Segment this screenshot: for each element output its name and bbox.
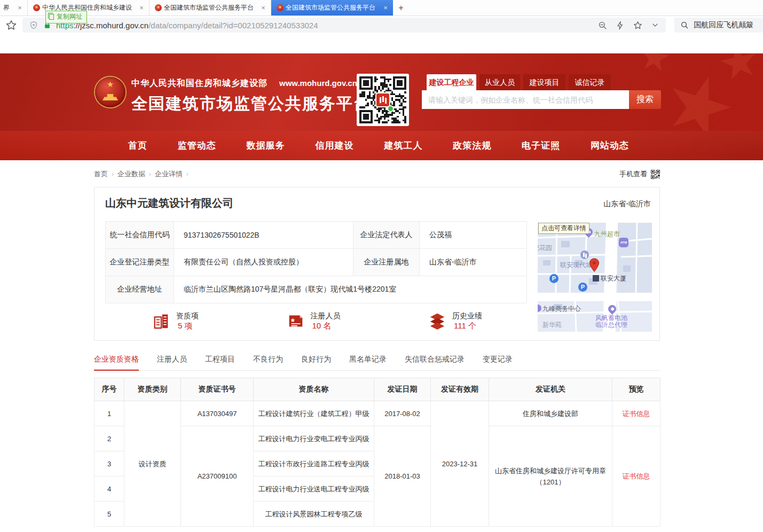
poi-xinhua-garden: 新华苑 — [542, 320, 562, 330]
browser-tab-jzsc[interactable]: 全国建筑市场监管公共服务平台 — [150, 0, 271, 15]
nav-home[interactable]: 首页 — [128, 139, 147, 152]
layers-icon — [428, 312, 446, 330]
tab-strip: 界 中华人民共和国住房和城乡建设 全国建筑市场监管公共服务平台 全国建筑市场监管… — [0, 0, 763, 16]
hot-search-box[interactable]: 国航回应飞机颠簸 — [674, 18, 763, 33]
site-emblem-icon — [155, 4, 162, 11]
nav-site-news[interactable]: 网站动态 — [591, 139, 629, 152]
nav-policy[interactable]: 政策法规 — [453, 139, 491, 152]
tab-dishonesty[interactable]: 失信联合惩戒记录 — [405, 355, 465, 370]
site-identity: 中华人民共和国住房和城乡建设部www.mohurd.gov.cn 全国建筑市场监… — [131, 78, 371, 115]
poi-lianan-city: 联安现代城 — [560, 261, 592, 270]
certificate-icon — [287, 312, 305, 330]
site-title: 全国建筑市场监管公共服务平台 — [131, 93, 371, 115]
nav-workers[interactable]: 建筑工人 — [384, 139, 422, 152]
info-label: 企业注册属地 — [353, 249, 420, 276]
screen: 界 中华人民共和国住房和城乡建设 全国建筑市场监管公共服务平台 全国建筑市场监管… — [0, 0, 763, 532]
search-tab-credit[interactable]: 诚信记录 — [569, 74, 611, 90]
new-tab-button[interactable] — [393, 0, 409, 15]
tab-registered-personnel[interactable]: 注册人员 — [157, 355, 187, 370]
tab-close-icon[interactable] — [137, 4, 146, 12]
reg-region-value: 山东省-临沂市 — [420, 249, 527, 276]
nav-e-license[interactable]: 电子证照 — [522, 139, 560, 152]
row-no: 3 — [95, 451, 124, 476]
browser-tab-active[interactable]: 全国建筑市场监管公共服务平台 — [271, 0, 393, 15]
mobile-view-button[interactable]: 手机查看 — [619, 169, 660, 179]
stat-registered-personnel[interactable]: 注册人员 10 名 — [287, 311, 341, 331]
url-field[interactable]: https://jzsc.mohurd.gov.cn/data/company/… — [22, 18, 666, 33]
tab-projects[interactable]: 工程项目 — [205, 355, 235, 370]
stat-qualifications[interactable]: 资质项 5 项 — [152, 311, 199, 331]
nav-supervision[interactable]: 监管动态 — [178, 139, 216, 152]
info-label: 企业法定代表人 — [353, 222, 420, 249]
site-emblem-icon — [277, 4, 284, 11]
map-tooltip: 点击可查看详情 — [538, 223, 589, 234]
issuing-authority: 山东省住房和城乡建设厅许可专用章 （1201） — [489, 426, 612, 527]
tab-title: 全国建筑市场监管公共服务平台 — [164, 3, 257, 12]
browser-tab-partial[interactable]: 界 — [0, 0, 28, 15]
company-name: 山东中元建筑设计有限公司 — [105, 196, 233, 210]
breadcrumb-home[interactable]: 首页 — [94, 169, 108, 179]
site-qr-card — [357, 74, 409, 126]
site-emblem-icon — [33, 4, 40, 11]
copy-url-tooltip: 复制网址 — [45, 11, 87, 24]
url-text: https://jzsc.mohurd.gov.cn/data/company/… — [56, 21, 318, 30]
keyword-search-input[interactable] — [422, 90, 629, 109]
tab-change-records[interactable]: 变更记录 — [483, 355, 513, 370]
reg-type-value: 有限责任公司（自然人投资或控股） — [174, 249, 353, 276]
favorite-star-icon[interactable] — [633, 20, 643, 30]
stat-history-performance[interactable]: 历史业绩 111 个 — [428, 311, 482, 331]
certificate-info-link[interactable]: 证书信息 — [623, 472, 650, 480]
tab-qualifications[interactable]: 企业资质资格 — [94, 355, 139, 370]
tab-blacklist[interactable]: 黑名单记录 — [349, 355, 387, 370]
tab-good-behavior[interactable]: 良好行为 — [301, 355, 331, 370]
table-row: 1 设计资质 A137030497 工程设计建筑行业（建筑工程）甲级 2017-… — [95, 401, 660, 426]
bookmarks-bar-empty — [0, 34, 763, 53]
nav-credit[interactable]: 信用建设 — [316, 139, 354, 152]
tab-close-icon[interactable] — [259, 4, 268, 12]
preview-cell: 证书信息 — [612, 401, 660, 426]
tab-bad-behavior[interactable]: 不良行为 — [253, 355, 283, 370]
tab-close-icon[interactable] — [381, 4, 390, 12]
search-tab-project[interactable]: 建设项目 — [523, 74, 565, 90]
decor-star — [658, 66, 739, 131]
breadcrumb-company-data[interactable]: 企业数据 — [117, 169, 145, 179]
browser-chrome: 界 中华人民共和国住房和城乡建设 全国建筑市场监管公共服务平台 全国建筑市场监管… — [0, 0, 763, 53]
bookmark-star-icon[interactable] — [5, 19, 17, 31]
preview-cell: 证书信息 — [612, 426, 660, 527]
main-content: 首页 企业数据 企业详情 手机查看 山东中元建筑设计有限公司 山东省-临沂市 统… — [94, 169, 660, 527]
decor-star — [638, 53, 671, 75]
address-bar-row: https://jzsc.mohurd.gov.cn/data/company/… — [0, 16, 763, 34]
validity-date: 2023-12-31 — [431, 401, 489, 527]
nav-data-service[interactable]: 数据服务 — [247, 139, 285, 152]
search-tab-enterprise[interactable]: 建设工程企业 — [427, 74, 476, 90]
detail-tabs: 企业资质资格 注册人员 工程项目 不良行为 良好行为 黑名单记录 失信联合惩戒记… — [94, 355, 660, 371]
qr-green-dot — [387, 105, 394, 112]
cert-no: A137030497 — [181, 401, 254, 426]
tab-close-icon[interactable] — [15, 4, 24, 12]
certificate-info-link[interactable]: 证书信息 — [623, 410, 650, 418]
company-info-table: 统一社会信用代码 91371302675501022B 企业法定代表人 公茂福 … — [105, 221, 527, 303]
breadcrumb-sep — [186, 170, 188, 178]
chevron-down-icon[interactable] — [651, 21, 659, 29]
zoom-out-icon[interactable] — [597, 20, 608, 30]
shield-icon[interactable] — [29, 20, 38, 30]
qualification-category: 设计资质 — [124, 401, 181, 527]
company-location-map[interactable]: 点击可查看详情 九州超市 ATM 纪花园 联安现代城 联安大厦 P P 九峰商务… — [538, 223, 652, 332]
tab-title: 界 — [3, 3, 13, 12]
flash-icon[interactable] — [616, 20, 625, 30]
address-value: 临沂市兰山区陶然路107号星河晶都（联安）现代城1号楼2201室 — [174, 276, 527, 303]
poi-battery: 风帆蓄电池 临沂总代理 — [595, 315, 627, 328]
residence-pin-icon — [580, 251, 589, 259]
row-no: 2 — [95, 426, 124, 451]
search-tab-personnel[interactable]: 从业人员 — [479, 74, 520, 90]
site-banner: 中华人民共和国住房和城乡建设部www.mohurd.gov.cn 全国建筑市场监… — [0, 53, 763, 131]
search-button[interactable]: 搜索 — [629, 90, 661, 109]
row-no: 1 — [95, 401, 124, 426]
parking-icon: P — [549, 274, 559, 283]
poi-garden: 纪花园 — [538, 244, 552, 253]
main-nav: 首页 监管动态 数据服务 信用建设 建筑工人 政策法规 电子证照 网站动态 — [0, 131, 763, 160]
tab-title: 全国建筑市场监管公共服务平台 — [286, 3, 379, 12]
hot-search-text: 国航回应飞机颠簸 — [694, 20, 753, 30]
issue-date: 2017-08-02 — [374, 401, 431, 426]
breadcrumb-company-detail[interactable]: 企业详情 — [155, 169, 183, 179]
